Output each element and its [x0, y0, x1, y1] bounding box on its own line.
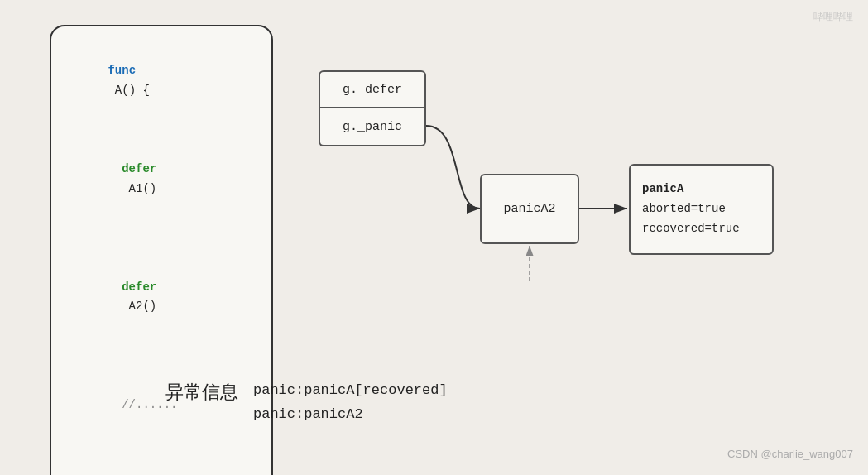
stack-area: g._defer g._panic: [319, 70, 426, 146]
panicA-line1: aborted=true: [642, 199, 726, 219]
bottom-code-line2: panic:panicA2: [253, 402, 448, 427]
bottom-info-area: 异常信息 panic:panicA[recovered] panic:panic…: [165, 378, 448, 428]
main-container: 哔哩哔哩 func A() { defer A1() defer A2() //…: [0, 0, 868, 475]
defer-box: g._defer: [319, 70, 426, 108]
defer-label: g._defer: [343, 83, 402, 97]
csdn-label: CSDN @charlie_wang007: [727, 448, 853, 460]
panic-label: g._panic: [343, 120, 402, 134]
code-line-1: func A() {: [66, 41, 257, 120]
stack-to-panicA2-arrow: [426, 126, 480, 209]
watermark: 哔哩哔哩: [813, 10, 853, 24]
panicA2-box: panicA2: [480, 174, 579, 244]
code-line-2: defer A1(): [66, 120, 257, 238]
panic-box: g._panic: [319, 108, 426, 146]
bottom-code-line1: panic:panicA[recovered]: [253, 378, 448, 403]
panicA-label: panicA: [642, 180, 683, 199]
panicA-box: panicA aborted=true recovered=true: [629, 164, 774, 255]
bottom-code: panic:panicA[recovered] panic:panicA2: [253, 378, 448, 428]
panicA-line2: recovered=true: [642, 219, 740, 239]
code-line-5: panic("panicA"): [66, 455, 257, 475]
chinese-label: 异常信息: [165, 380, 238, 405]
panicA2-label: panicA2: [503, 202, 555, 216]
func-keyword: func: [108, 64, 136, 77]
code-line-3: defer A2(): [66, 238, 257, 357]
